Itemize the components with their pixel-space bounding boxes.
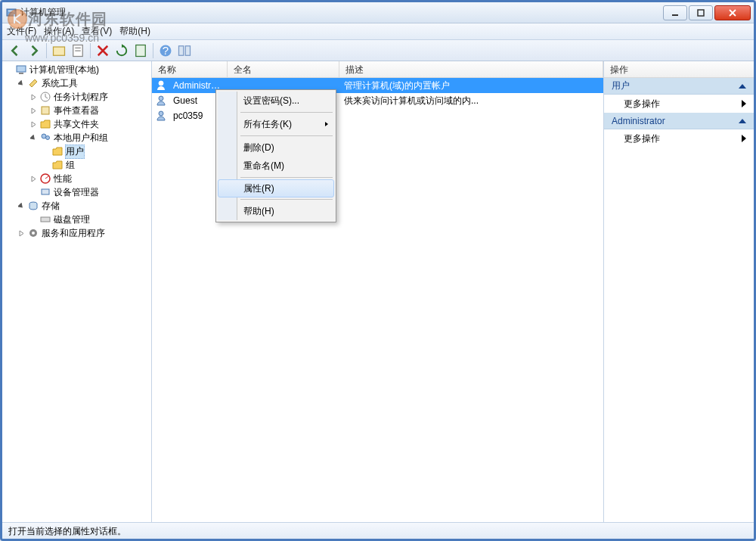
collapse-icon[interactable]	[17, 202, 26, 210]
properties-button[interactable]	[70, 42, 86, 59]
refresh-button[interactable]	[113, 42, 130, 59]
window-title: 计算机管理	[20, 6, 663, 19]
svg-rect-2	[672, 14, 678, 16]
svg-rect-13	[17, 66, 26, 72]
column-description[interactable]: 描述	[339, 61, 603, 77]
cell-description: 管理计算机(域)的内置帐户	[339, 79, 603, 92]
menu-separator	[240, 112, 333, 113]
svg-rect-3	[698, 10, 704, 16]
toolbar-separator	[90, 43, 91, 58]
user-icon	[155, 110, 167, 122]
tree-services-apps[interactable]: 服务和应用程序	[14, 226, 151, 240]
collapse-icon[interactable]	[17, 79, 26, 88]
svg-point-25	[159, 81, 163, 86]
expand-icon[interactable]	[29, 175, 38, 183]
svg-point-18	[46, 136, 50, 140]
menu-bar: 文件(F) 操作(A) 查看(V) 帮助(H)	[2, 23, 754, 40]
delete-button[interactable]	[94, 42, 111, 59]
action-more-administrator[interactable]: 更多操作	[604, 129, 754, 148]
app-icon	[5, 7, 17, 19]
list-header: 名称 全名 描述	[152, 61, 603, 78]
menu-set-password[interactable]: 设置密码(S)...	[218, 92, 334, 110]
svg-rect-4	[54, 47, 65, 55]
collapse-arrow-icon	[739, 84, 746, 89]
folder-icon	[51, 159, 64, 171]
tree-disk-management[interactable]: 磁盘管理	[26, 213, 151, 226]
performance-icon	[39, 173, 51, 185]
clock-icon	[39, 91, 51, 103]
svg-rect-22	[41, 217, 50, 222]
tree-device-manager[interactable]: 设备管理器	[26, 185, 151, 199]
help-button[interactable]: ?	[157, 42, 174, 59]
forward-button[interactable]	[26, 42, 42, 59]
close-button[interactable]	[714, 5, 751, 20]
column-fullname[interactable]: 全名	[228, 61, 339, 77]
expand-icon[interactable]	[29, 93, 38, 101]
svg-rect-16	[42, 107, 49, 114]
column-name[interactable]: 名称	[152, 61, 228, 77]
tree-system-tools[interactable]: 系统工具	[14, 76, 151, 90]
tree-performance[interactable]: 性能	[26, 172, 151, 185]
svg-rect-14	[19, 73, 23, 74]
storage-icon	[27, 200, 39, 212]
svg-rect-0	[7, 9, 16, 16]
collapse-arrow-icon	[739, 119, 746, 123]
menu-help[interactable]: 帮助(H)	[119, 25, 150, 38]
svg-rect-8	[136, 45, 146, 56]
back-button[interactable]	[7, 42, 23, 59]
title-bar: 计算机管理	[2, 2, 754, 23]
menu-separator	[240, 135, 333, 136]
expand-icon[interactable]	[29, 120, 38, 129]
show-hide-button[interactable]	[176, 42, 193, 59]
tree-task-scheduler[interactable]: 任务计划程序	[26, 90, 151, 104]
menu-help[interactable]: 帮助(H)	[218, 202, 334, 220]
services-icon	[27, 227, 39, 239]
menu-properties[interactable]: 属性(R)	[218, 179, 334, 197]
submenu-arrow-icon	[742, 135, 746, 142]
user-icon	[155, 95, 167, 107]
tree-pane: 计算机管理(本地) 系统工具 任务计划程序	[2, 61, 152, 522]
menu-rename[interactable]: 重命名(M)	[218, 157, 334, 175]
svg-rect-1	[8, 11, 14, 11]
submenu-arrow-icon	[324, 119, 330, 129]
menu-separator	[240, 199, 333, 200]
tree-local-users-groups[interactable]: 本地用户和组	[26, 131, 151, 145]
tree-event-viewer[interactable]: 事件查看器	[26, 104, 151, 117]
expand-icon[interactable]	[29, 107, 38, 115]
svg-rect-11	[179, 45, 184, 55]
shared-folder-icon	[39, 118, 51, 130]
toolbar-separator	[46, 43, 47, 58]
disk-icon	[39, 213, 51, 225]
actions-section-users[interactable]: 用户	[604, 78, 754, 95]
tree-root[interactable]: 计算机管理(本地)	[2, 63, 151, 76]
maximize-button[interactable]	[689, 5, 713, 20]
tree-users[interactable]: 用户	[39, 145, 151, 158]
menu-file[interactable]: 文件(F)	[7, 25, 36, 38]
tree-storage[interactable]: 存储	[14, 199, 151, 213]
expand-icon[interactable]	[17, 229, 26, 238]
action-more-users[interactable]: 更多操作	[604, 95, 754, 113]
export-button[interactable]	[132, 42, 149, 59]
svg-rect-12	[185, 45, 190, 55]
submenu-arrow-icon	[742, 100, 746, 107]
minimize-button[interactable]	[663, 5, 687, 20]
actions-pane: 操作 用户 更多操作 Administrator 更多操作	[604, 61, 754, 522]
svg-point-26	[159, 96, 163, 101]
menu-delete[interactable]: 删除(D)	[218, 138, 334, 157]
menu-view[interactable]: 查看(V)	[82, 25, 112, 38]
menu-all-tasks[interactable]: 所有任务(K)	[218, 115, 334, 133]
context-menu: 设置密码(S)... 所有任务(K) 删除(D) 重命名(M) 属性(R) 帮助…	[215, 89, 336, 222]
device-icon	[39, 186, 51, 198]
tools-icon	[27, 77, 39, 89]
up-button[interactable]	[51, 42, 67, 59]
computer-icon	[15, 64, 27, 76]
cell-description: 供来宾访问计算机或访问域的内...	[339, 95, 603, 107]
tree-groups[interactable]: 组	[39, 158, 151, 172]
actions-header: 操作	[604, 61, 754, 78]
actions-section-administrator[interactable]: Administrator	[604, 113, 754, 129]
toolbar-separator	[153, 43, 153, 58]
collapse-icon[interactable]	[29, 134, 38, 142]
tree-shared-folders[interactable]: 共享文件夹	[26, 117, 151, 131]
toolbar: ?	[2, 40, 754, 61]
menu-action[interactable]: 操作(A)	[44, 25, 74, 38]
